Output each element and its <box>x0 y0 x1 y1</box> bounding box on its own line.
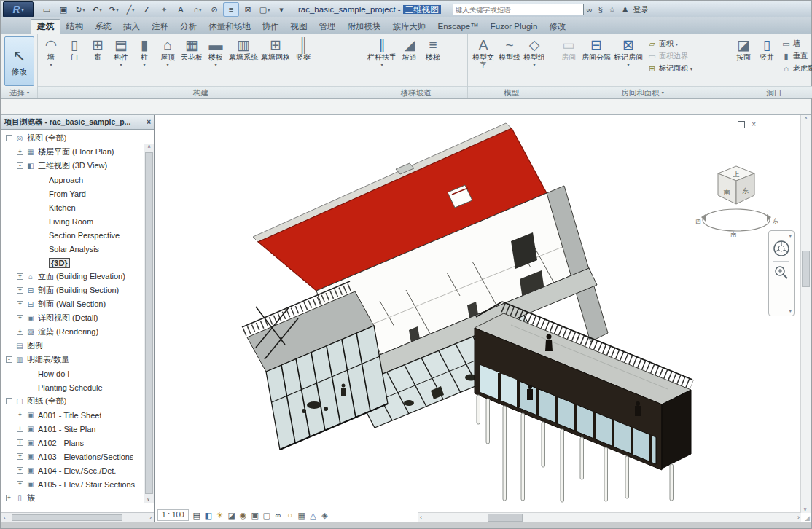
qat-button[interactable]: ⊠ <box>240 2 256 17</box>
tree-item[interactable]: + ▣ A104 - Elev./Sec./Det. <box>3 463 144 477</box>
qat-button[interactable]: ↻▾ <box>72 2 88 17</box>
qat-button[interactable]: ≡ <box>223 2 239 17</box>
ribbon-button[interactable]: ▦ 天花板 <box>179 36 204 62</box>
ribbon-tab[interactable]: 建筑 <box>31 19 60 34</box>
ribbon-small-button[interactable]: ▭ 墙 <box>781 39 812 49</box>
tree-item[interactable]: + ⊟ 剖面 (Wall Section) <box>3 297 144 311</box>
ribbon-button[interactable]: ▭ 房间 <box>557 36 580 67</box>
browser-vertical-scrollbar[interactable]: ∧ ∨ <box>144 144 154 503</box>
qat-button[interactable]: ▾ <box>273 2 289 17</box>
navigation-bar[interactable]: ▾ ▾ <box>768 230 795 316</box>
steering-wheel-icon[interactable] <box>772 239 791 258</box>
tree-item[interactable]: + ▣ A103 - Elevations/Sections <box>3 450 144 463</box>
ribbon-tab[interactable]: 结构 <box>60 20 89 34</box>
tree-expand-icon[interactable]: - <box>6 135 12 141</box>
tree-expand-icon[interactable]: + <box>17 453 23 460</box>
tree-item[interactable]: - ▥ 明细表/数量 <box>3 353 144 367</box>
ribbon-button[interactable]: ║ 竖梃 <box>292 36 315 62</box>
ribbon-button[interactable]: ⊞ 幕墙网格 <box>259 36 292 62</box>
view-control-icon[interactable]: ◉ <box>238 510 249 520</box>
ribbon-button[interactable]: ▥ 幕墙系统 <box>227 36 259 62</box>
ribbon-tab[interactable]: 附加模块 <box>342 20 387 34</box>
close-icon[interactable]: × <box>752 120 756 128</box>
view-control-icon[interactable]: ◈ <box>320 510 330 520</box>
ribbon-tab[interactable]: 视图 <box>285 20 313 34</box>
ribbon-button[interactable]: ◢ 坡道 <box>398 36 421 62</box>
tree-expand-icon[interactable]: + <box>6 495 12 501</box>
tree-expand-icon[interactable]: + <box>17 315 23 321</box>
restore-icon[interactable] <box>738 121 745 128</box>
view-control-icon[interactable]: ▤ <box>192 510 202 520</box>
tree-item[interactable]: How do I <box>3 367 144 380</box>
scrollbar-thumb[interactable] <box>145 152 153 494</box>
tree-item[interactable]: + ▣ 详图视图 (Detail) <box>3 311 144 325</box>
view-control-icon[interactable]: △ <box>308 510 319 520</box>
tree-expand-icon[interactable]: + <box>17 412 23 418</box>
view-cube[interactable]: 上 南 东 西 南 东 <box>694 157 781 241</box>
ribbon-tab[interactable]: 修改 <box>543 20 571 34</box>
panel-label-select[interactable]: 选择▾ <box>1 87 37 98</box>
ribbon-button[interactable]: ◪ 按面 <box>732 36 755 62</box>
ribbon-small-button[interactable]: ⌂ 老虎窗 <box>781 63 812 74</box>
vertical-scrollbar[interactable]: ∧ ∨ <box>800 115 811 513</box>
minimize-icon[interactable]: – <box>727 120 732 128</box>
sign-in-button[interactable]: 登录 <box>633 4 649 15</box>
tree-item[interactable]: + ▣ A001 - Title Sheet <box>3 408 144 422</box>
ribbon-button[interactable]: ▮ 柱 ▾ <box>133 36 156 67</box>
ribbon-button[interactable]: ~ 模型线 <box>497 36 522 62</box>
tree-item[interactable]: Approach <box>3 173 144 187</box>
navbar-expand-icon[interactable]: ▾ <box>789 308 792 314</box>
tree-item[interactable]: Kitchen <box>3 200 144 214</box>
ribbon-button[interactable]: ≡ 楼梯 <box>421 36 445 62</box>
ribbon-button[interactable]: ▬ 楼板 ▾ <box>204 36 227 67</box>
qat-button[interactable]: ↷▾ <box>106 2 122 17</box>
ribbon-button[interactable]: A 模型文字 <box>469 36 497 69</box>
qat-button[interactable]: ╱▾ <box>122 2 138 17</box>
qat-button[interactable]: ∠ <box>139 2 155 17</box>
ribbon-button[interactable]: ∥ 栏杆扶手 ▾ <box>366 36 398 67</box>
tree-expand-icon[interactable]: + <box>17 481 23 487</box>
tree-item[interactable]: + ⌂ 立面 (Building Elevation) <box>3 270 144 283</box>
ribbon-tab[interactable]: Enscape™ <box>432 20 485 34</box>
ribbon-tab[interactable]: 系统 <box>89 20 117 34</box>
ribbon-tab[interactable]: 插入 <box>117 20 146 34</box>
ribbon-button[interactable]: ▯ 门 <box>63 36 86 62</box>
search-input[interactable] <box>453 4 584 15</box>
close-icon[interactable]: × <box>147 118 151 126</box>
modify-button[interactable]: ↖ 修改 <box>4 36 34 86</box>
view-control-icon[interactable]: ◧ <box>203 510 214 520</box>
tree-item[interactable]: Solar Analysis <box>3 242 144 256</box>
qat-button[interactable]: ↶▾ <box>89 2 105 17</box>
horizontal-scrollbar[interactable]: ‹ › <box>418 512 801 522</box>
zoom-icon[interactable] <box>773 264 789 281</box>
tree-expand-icon[interactable]: + <box>17 329 23 335</box>
tree-item[interactable]: Living Room <box>3 214 144 228</box>
qat-button[interactable]: ⊘ <box>206 2 222 17</box>
qat-button[interactable]: ⌖ <box>156 2 172 17</box>
project-browser-header[interactable]: 项目浏览器 - rac_basic_sample_p... × <box>1 115 154 130</box>
tree-item[interactable]: Planting Schedule <box>3 380 144 394</box>
view-control-icon[interactable]: ☀ <box>215 510 225 520</box>
tree-expand-icon[interactable]: + <box>17 439 23 446</box>
tree-expand-icon[interactable]: + <box>17 426 23 432</box>
tree-item[interactable]: From Yard <box>3 187 144 200</box>
tree-expand-icon[interactable]: + <box>17 301 23 307</box>
tree-expand-icon[interactable]: - <box>6 398 12 404</box>
ribbon-button[interactable]: ⊠ 标记房间 ▾ <box>612 36 644 67</box>
tree-item[interactable]: + ▣ A105 - Elev./ Stair Sections <box>3 477 144 491</box>
qat-button[interactable]: ▭ <box>39 2 55 17</box>
qat-button[interactable]: ⌂▾ <box>190 2 206 17</box>
favorites-icon[interactable]: ☆ <box>609 5 616 15</box>
ribbon-button[interactable]: ⊞ 窗 <box>86 36 109 62</box>
ribbon-button[interactable]: ▯ 竖井 <box>755 36 778 62</box>
tree-item[interactable]: - ▢ 图纸 (全部) <box>3 394 144 408</box>
view-control-icon[interactable]: ▦ <box>297 510 307 520</box>
scrollbar-thumb[interactable] <box>12 514 122 521</box>
ribbon-small-button[interactable]: ▭ 面积边界 <box>647 51 692 61</box>
scrollbar-thumb[interactable] <box>488 514 523 522</box>
panel-label-room-area[interactable]: 房间和面积▾ <box>555 86 730 98</box>
tree-item[interactable]: + ▦ 楼层平面 (Floor Plan) <box>3 145 144 159</box>
ribbon-button[interactable]: ▤ 构件 ▾ <box>109 36 133 67</box>
tree-expand-icon[interactable]: + <box>17 287 23 294</box>
tree-expand-icon[interactable]: - <box>6 356 12 363</box>
